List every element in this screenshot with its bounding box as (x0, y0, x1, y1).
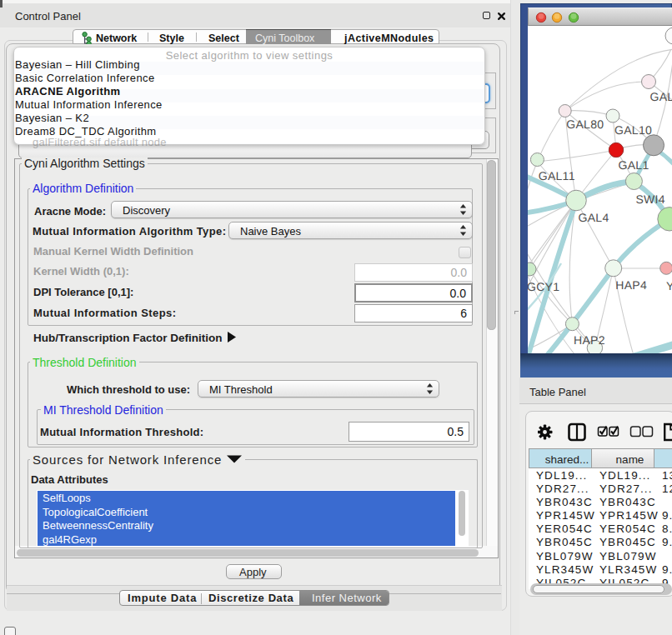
svg-text:HAP2: HAP2 (574, 333, 605, 347)
svg-text:Y: Y (666, 279, 672, 292)
svg-text:GAL: GAL (650, 90, 672, 103)
svg-text:GAL10: GAL10 (614, 123, 652, 137)
svg-text:GAL80: GAL80 (566, 118, 604, 131)
svg-text:GAL4: GAL4 (579, 211, 609, 224)
svg-text:GAL11: GAL11 (539, 169, 575, 182)
svg-text:SWI4: SWI4 (635, 192, 664, 206)
svg-text:GCY1: GCY1 (528, 280, 559, 293)
svg-text:HAP4: HAP4 (615, 278, 647, 292)
svg-text:GAL1: GAL1 (619, 158, 649, 172)
